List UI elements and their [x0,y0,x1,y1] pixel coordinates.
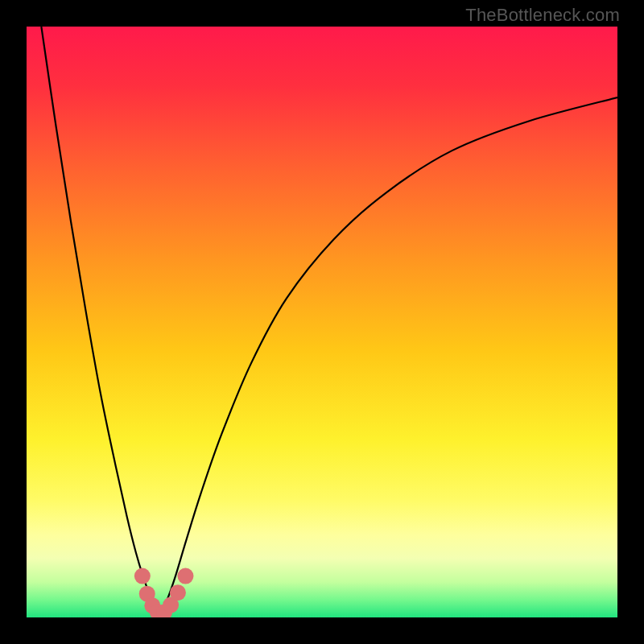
chart-plot-area [27,27,617,617]
gradient-background [27,27,617,617]
chart-svg [27,27,617,617]
valley-dot [177,568,193,584]
valley-dot [170,584,186,601]
watermark-label: TheBottleneck.com [465,5,620,26]
outer-frame: TheBottleneck.com [0,0,644,644]
valley-dot [134,568,151,584]
